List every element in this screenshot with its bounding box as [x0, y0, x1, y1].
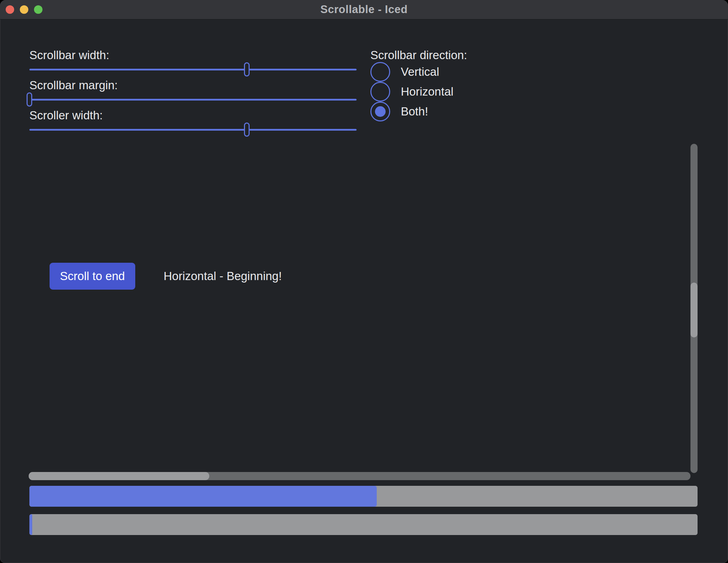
close-window-button[interactable] — [6, 5, 14, 14]
vertical-scroll-progress-bar — [29, 514, 698, 535]
app-window: Scrollable - Iced Scrollbar width: Scrol… — [0, 0, 728, 563]
progress-fill — [29, 486, 377, 507]
scrollbar-margin-slider[interactable] — [29, 92, 357, 107]
horizontal-scrollbar-thumb[interactable] — [29, 472, 209, 480]
radio-option-label: Both! — [401, 105, 428, 118]
vertical-scrollbar-thumb[interactable] — [690, 283, 698, 337]
scroller-width-slider[interactable] — [29, 122, 357, 137]
radio-option-vertical[interactable]: Vertical — [370, 62, 454, 82]
radio-option-horizontal[interactable]: Horizontal — [370, 82, 454, 102]
window-title: Scrollable - Iced — [320, 3, 408, 16]
scrollbar-width-label: Scrollbar width: — [29, 47, 109, 63]
slider-track — [29, 69, 357, 70]
radio-circle-icon — [370, 102, 390, 121]
scrollbar-direction-label: Scrollbar direction: — [370, 47, 467, 63]
scroller-width-label: Scroller width: — [29, 108, 103, 123]
horizontal-scroll-progress-bar — [29, 486, 698, 507]
radio-option-both[interactable]: Both! — [370, 102, 454, 121]
minimize-window-button[interactable] — [20, 5, 28, 14]
slider-track — [29, 99, 357, 101]
radio-selected-dot-icon — [375, 106, 386, 117]
scrollbar-width-slider[interactable] — [29, 62, 357, 77]
horizontal-scrollbar-rail[interactable] — [29, 472, 690, 480]
scroll-to-end-button[interactable]: Scroll to end — [50, 263, 135, 290]
zoom-window-button[interactable] — [34, 5, 42, 14]
vertical-scrollbar-rail[interactable] — [690, 144, 698, 473]
radio-circle-icon — [370, 82, 390, 102]
scrollbar-margin-label: Scrollbar margin: — [29, 78, 118, 93]
radio-circle-icon — [370, 62, 390, 82]
scroll-status-text: Horizontal - Beginning! — [164, 263, 282, 290]
scrollbar-direction-group: Vertical Horizontal Both! — [370, 62, 454, 121]
slider-handle[interactable] — [244, 123, 250, 137]
radio-option-label: Horizontal — [401, 85, 454, 98]
titlebar: Scrollable - Iced — [0, 0, 728, 19]
progress-fill — [29, 514, 32, 535]
radio-option-label: Vertical — [401, 65, 439, 79]
slider-handle[interactable] — [244, 62, 250, 76]
slider-track — [29, 129, 357, 131]
slider-handle[interactable] — [27, 92, 32, 107]
